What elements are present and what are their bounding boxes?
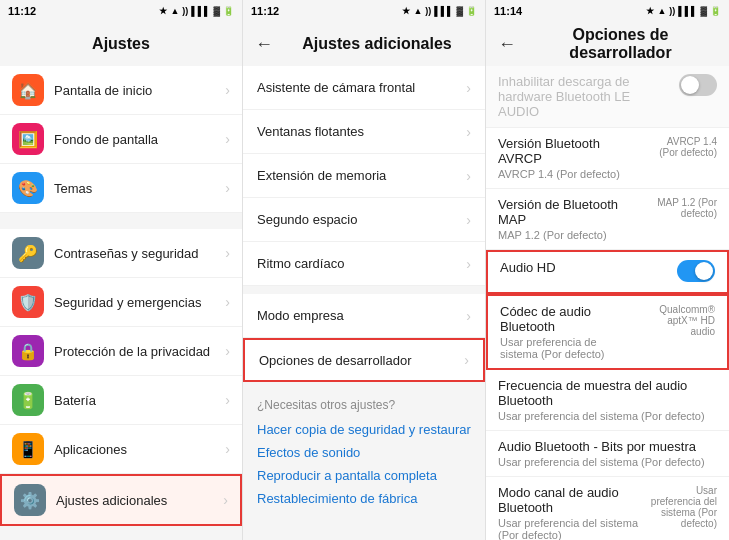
panel1-list: 🏠 Pantalla de inicio › 🖼️ Fondo de panta… (0, 66, 242, 540)
label-opciones-desarrollador: Opciones de desarrollador (259, 353, 464, 368)
arrow-fondo-pantalla: › (225, 131, 230, 147)
panel-settings: 11:12 ★ ▲ )) ▌▌▌ ▓ 🔋 Ajustes 🏠 Pantalla … (0, 0, 243, 540)
panel2-header: ← Ajustes adicionales (243, 22, 485, 66)
panel2-main-group: Asistente de cámara frontal › Ventanas f… (243, 66, 485, 382)
label-bateria: Batería (54, 393, 225, 408)
item-segundo-espacio[interactable]: Segundo espacio › (243, 198, 485, 242)
icon-contraseñas: 🔑 (12, 237, 44, 269)
item-modo-empresa[interactable]: Modo empresa › (243, 294, 485, 338)
item-aplicaciones[interactable]: 📱 Aplicaciones › (0, 425, 242, 474)
label-ventanas-flotantes: Ventanas flotantes (257, 124, 466, 139)
arrow-aplicaciones: › (225, 441, 230, 457)
item-ritmo-cardiaco[interactable]: Ritmo cardíaco › (243, 242, 485, 286)
item-modo-canal[interactable]: Modo canal de audio Bluetooth Usar prefe… (486, 477, 729, 540)
item-privacidad[interactable]: 🔒 Protección de la privacidad › (0, 327, 242, 376)
arrow-ventanas-flotantes: › (466, 124, 471, 140)
sublabel-modo-canal: Usar preferencia del sistema (Por defect… (498, 517, 639, 540)
label-bits-muestra: Audio Bluetooth - Bits por muestra (498, 439, 717, 454)
quick-link-pantalla[interactable]: Reproducir a pantalla completa (257, 464, 471, 487)
status-bar-3: 11:14 ★ ▲ )) ▌▌▌ ▓ 🔋 (486, 0, 729, 22)
panel3-header: ← Opciones de desarrollador (486, 22, 729, 66)
toggle-audio-hd[interactable] (677, 260, 715, 282)
spacer-2 (0, 534, 242, 540)
item-bits-muestra[interactable]: Audio Bluetooth - Bits por muestra Usar … (486, 431, 729, 477)
arrow-temas: › (225, 180, 230, 196)
item-bateria[interactable]: 🔋 Batería › (0, 376, 242, 425)
sublabel-codec-audio: Usar preferencia de sistema (Por defecto… (500, 336, 637, 360)
arrow-ritmo-cardiaco: › (466, 256, 471, 272)
icon-bateria: 🔋 (12, 384, 44, 416)
icon-seguridad: 🛡️ (12, 286, 44, 318)
label-pantalla-inicio: Pantalla de inicio (54, 83, 225, 98)
label-bluetooth-map: Versión de Bluetooth MAP (498, 197, 639, 227)
time-3: 11:14 (494, 5, 522, 17)
panel1-security-group: 🔑 Contraseñas y seguridad › 🛡️ Seguridad… (0, 229, 242, 526)
status-bar-2: 11:12 ★ ▲ )) ▌▌▌ ▓ 🔋 (243, 0, 485, 22)
icon-temas: 🎨 (12, 172, 44, 204)
label-bluetooth-avrcp: Versión Bluetooth AVRCP (498, 136, 639, 166)
item-bluetooth-map[interactable]: Versión de Bluetooth MAP MAP 1.2 (Por de… (486, 189, 729, 250)
panel1-main-group: 🏠 Pantalla de inicio › 🖼️ Fondo de panta… (0, 66, 242, 213)
panel3-list: Inhabilitar descarga de hardware Bluetoo… (486, 66, 729, 540)
label-aplicaciones: Aplicaciones (54, 442, 225, 457)
status-bar-1: 11:12 ★ ▲ )) ▌▌▌ ▓ 🔋 (0, 0, 242, 22)
toggle-bluetooth-le-audio-switch[interactable] (679, 74, 717, 96)
time-2: 11:12 (251, 5, 279, 17)
item-codec-audio[interactable]: Códec de audio Bluetooth Usar preferenci… (486, 294, 729, 370)
label-modo-empresa: Modo empresa (257, 308, 466, 323)
panel-ajustes-adicionales: 11:12 ★ ▲ )) ▌▌▌ ▓ 🔋 ← Ajustes adicional… (243, 0, 486, 540)
label-modo-canal: Modo canal de audio Bluetooth (498, 485, 639, 515)
status-icons-3: ★ ▲ )) ▌▌▌ ▓ 🔋 (646, 6, 721, 16)
icon-ajustes-adicionales: ⚙️ (14, 484, 46, 516)
sublabel-bluetooth-avrcp: AVRCP 1.4 (Por defecto) (498, 168, 639, 180)
arrow-modo-empresa: › (466, 308, 471, 324)
panel1-header: Ajustes (0, 22, 242, 66)
item-pantalla-inicio[interactable]: 🏠 Pantalla de inicio › (0, 66, 242, 115)
label-extension-memoria: Extensión de memoria (257, 168, 466, 183)
arrow-extension-memoria: › (466, 168, 471, 184)
back-button-2[interactable]: ← (255, 34, 273, 55)
label-ajustes-adicionales: Ajustes adicionales (56, 493, 223, 508)
label-frecuencia-muestra: Frecuencia de muestra del audio Bluetoot… (498, 378, 717, 408)
arrow-seguridad: › (225, 294, 230, 310)
item-frecuencia-muestra[interactable]: Frecuencia de muestra del audio Bluetoot… (486, 370, 729, 431)
item-ajustes-adicionales[interactable]: ⚙️ Ajustes adicionales › (0, 474, 242, 526)
quick-link-sonido[interactable]: Efectos de sonido (257, 441, 471, 464)
item-fondo-pantalla[interactable]: 🖼️ Fondo de pantalla › (0, 115, 242, 164)
label-codec-audio: Códec de audio Bluetooth (500, 304, 637, 334)
panel2-list: Asistente de cámara frontal › Ventanas f… (243, 66, 485, 540)
quick-links-section: ¿Necesitas otros ajustes? Hacer copia de… (243, 390, 485, 514)
value-codec-audio: Qualcomm® aptX™ HD audio (645, 304, 715, 337)
spacer-p2-1 (243, 286, 485, 294)
arrow-privacidad: › (225, 343, 230, 359)
label-bluetooth-le-audio: Inhabilitar descarga de hardware Bluetoo… (498, 74, 671, 119)
item-extension-memoria[interactable]: Extensión de memoria › (243, 154, 485, 198)
item-temas[interactable]: 🎨 Temas › (0, 164, 242, 213)
item-bluetooth-avrcp[interactable]: Versión Bluetooth AVRCP AVRCP 1.4 (Por d… (486, 128, 729, 189)
quick-link-restablecimiento[interactable]: Restablecimiento de fábrica (257, 487, 471, 510)
quick-links-title: ¿Necesitas otros ajustes? (257, 398, 471, 412)
panel2-title: Ajustes adicionales (281, 35, 473, 53)
status-icons-2: ★ ▲ )) ▌▌▌ ▓ 🔋 (402, 6, 477, 16)
item-contraseñas[interactable]: 🔑 Contraseñas y seguridad › (0, 229, 242, 278)
quick-link-backup[interactable]: Hacer copia de seguridad y restaurar (257, 418, 471, 441)
label-contraseñas: Contraseñas y seguridad (54, 246, 225, 261)
arrow-segundo-espacio: › (466, 212, 471, 228)
label-segundo-espacio: Segundo espacio (257, 212, 466, 227)
spacer-1 (0, 221, 242, 229)
status-icons-1: ★ ▲ )) ▌▌▌ ▓ 🔋 (159, 6, 234, 16)
item-ventanas-flotantes[interactable]: Ventanas flotantes › (243, 110, 485, 154)
icon-aplicaciones: 📱 (12, 433, 44, 465)
back-button-3[interactable]: ← (498, 34, 516, 55)
item-seguridad[interactable]: 🛡️ Seguridad y emergencias › (0, 278, 242, 327)
value-bluetooth-map: MAP 1.2 (Por defecto) (647, 197, 717, 219)
icon-fondo-pantalla: 🖼️ (12, 123, 44, 155)
arrow-contraseñas: › (225, 245, 230, 261)
item-opciones-desarrollador[interactable]: Opciones de desarrollador › (243, 338, 485, 382)
item-audio-hd[interactable]: Audio HD (486, 250, 729, 294)
label-privacidad: Protección de la privacidad (54, 344, 225, 359)
item-asistente-camara[interactable]: Asistente de cámara frontal › (243, 66, 485, 110)
toggle-bluetooth-le-audio[interactable] (679, 74, 717, 96)
toggle-audio-hd-switch[interactable] (677, 260, 715, 282)
label-audio-hd: Audio HD (500, 260, 669, 275)
